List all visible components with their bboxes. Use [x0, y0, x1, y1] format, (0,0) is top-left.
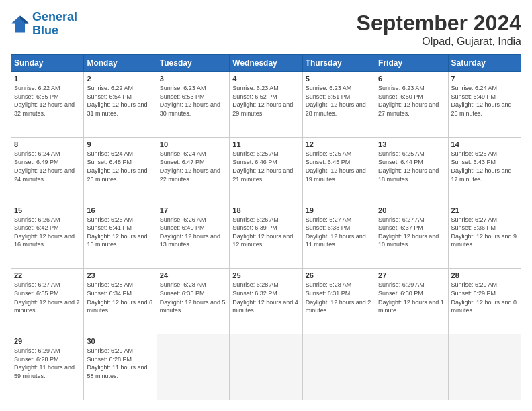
col-sunday: Sunday — [11, 55, 84, 72]
logo-line1: General — [32, 10, 77, 24]
page: General Blue September 2024 Olpad, Gujar… — [0, 0, 532, 411]
day-27: 27 Sunrise: 6:29 AMSunset: 6:30 PMDaylig… — [375, 269, 448, 334]
week-2: 8 Sunrise: 6:24 AMSunset: 6:49 PMDayligh… — [11, 137, 521, 203]
col-thursday: Thursday — [302, 55, 375, 72]
logo-icon — [11, 15, 30, 34]
day-7: 7 Sunrise: 6:24 AMSunset: 6:49 PMDayligh… — [448, 72, 521, 138]
day-5: 5 Sunrise: 6:23 AMSunset: 6:51 PMDayligh… — [302, 72, 375, 138]
day-6: 6 Sunrise: 6:23 AMSunset: 6:50 PMDayligh… — [375, 72, 448, 138]
day-20: 20 Sunrise: 6:27 AMSunset: 6:37 PMDaylig… — [375, 203, 448, 269]
week-1: 1 Sunrise: 6:22 AMSunset: 6:55 PMDayligh… — [11, 72, 521, 138]
day-21: 21 Sunrise: 6:27 AMSunset: 6:36 PMDaylig… — [448, 203, 521, 269]
logo-text: General Blue — [32, 11, 77, 38]
empty-cell-1 — [157, 334, 229, 400]
day-8: 8 Sunrise: 6:24 AMSunset: 6:49 PMDayligh… — [11, 137, 84, 203]
col-monday: Monday — [84, 55, 157, 72]
month-title: September 2024 — [357, 11, 521, 36]
col-saturday: Saturday — [448, 55, 521, 72]
day-28: 28 Sunrise: 6:29 AMSunset: 6:29 PMDaylig… — [448, 269, 521, 334]
day-23: 23 Sunrise: 6:28 AMSunset: 6:34 PMDaylig… — [84, 269, 157, 334]
logo-line2: Blue — [32, 24, 58, 37]
week-4: 22 Sunrise: 6:27 AMSunset: 6:35 PMDaylig… — [11, 269, 521, 334]
day-14: 14 Sunrise: 6:25 AMSunset: 6:43 PMDaylig… — [448, 137, 521, 203]
day-12: 12 Sunrise: 6:25 AMSunset: 6:45 PMDaylig… — [302, 137, 375, 203]
day-19: 19 Sunrise: 6:27 AMSunset: 6:38 PMDaylig… — [302, 203, 375, 269]
day-25: 25 Sunrise: 6:28 AMSunset: 6:32 PMDaylig… — [230, 269, 302, 334]
day-16: 16 Sunrise: 6:26 AMSunset: 6:41 PMDaylig… — [84, 203, 157, 269]
weekday-header-row: Sunday Monday Tuesday Wednesday Thursday… — [11, 55, 521, 72]
title-block: September 2024 Olpad, Gujarat, India — [357, 11, 521, 48]
day-24: 24 Sunrise: 6:28 AMSunset: 6:33 PMDaylig… — [157, 269, 229, 334]
day-29: 29 Sunrise: 6:29 AMSunset: 6:28 PMDaylig… — [11, 334, 84, 400]
day-22: 22 Sunrise: 6:27 AMSunset: 6:35 PMDaylig… — [11, 269, 84, 334]
empty-cell-2 — [230, 334, 302, 400]
day-11: 11 Sunrise: 6:25 AMSunset: 6:46 PMDaylig… — [230, 137, 302, 203]
calendar: Sunday Monday Tuesday Wednesday Thursday… — [11, 54, 521, 400]
col-wednesday: Wednesday — [230, 55, 302, 72]
empty-cell-4 — [375, 334, 448, 400]
day-9: 9 Sunrise: 6:24 AMSunset: 6:48 PMDayligh… — [84, 137, 157, 203]
col-tuesday: Tuesday — [157, 55, 229, 72]
day-26: 26 Sunrise: 6:28 AMSunset: 6:31 PMDaylig… — [302, 269, 375, 334]
week-5: 29 Sunrise: 6:29 AMSunset: 6:28 PMDaylig… — [11, 334, 521, 400]
empty-cell-5 — [448, 334, 521, 400]
day-1: 1 Sunrise: 6:22 AMSunset: 6:55 PMDayligh… — [11, 72, 84, 138]
location: Olpad, Gujarat, India — [357, 36, 521, 48]
empty-cell-3 — [302, 334, 375, 400]
week-3: 15 Sunrise: 6:26 AMSunset: 6:42 PMDaylig… — [11, 203, 521, 269]
day-2: 2 Sunrise: 6:22 AMSunset: 6:54 PMDayligh… — [84, 72, 157, 138]
day-4: 4 Sunrise: 6:23 AMSunset: 6:52 PMDayligh… — [230, 72, 302, 138]
logo: General Blue — [11, 11, 77, 38]
day-15: 15 Sunrise: 6:26 AMSunset: 6:42 PMDaylig… — [11, 203, 84, 269]
day-3: 3 Sunrise: 6:23 AMSunset: 6:53 PMDayligh… — [157, 72, 229, 138]
day-17: 17 Sunrise: 6:26 AMSunset: 6:40 PMDaylig… — [157, 203, 229, 269]
day-18: 18 Sunrise: 6:26 AMSunset: 6:39 PMDaylig… — [230, 203, 302, 269]
header: General Blue September 2024 Olpad, Gujar… — [11, 11, 521, 48]
day-30: 30 Sunrise: 6:29 AMSunset: 6:28 PMDaylig… — [84, 334, 157, 400]
col-friday: Friday — [375, 55, 448, 72]
day-13: 13 Sunrise: 6:25 AMSunset: 6:44 PMDaylig… — [375, 137, 448, 203]
day-10: 10 Sunrise: 6:24 AMSunset: 6:47 PMDaylig… — [157, 137, 229, 203]
